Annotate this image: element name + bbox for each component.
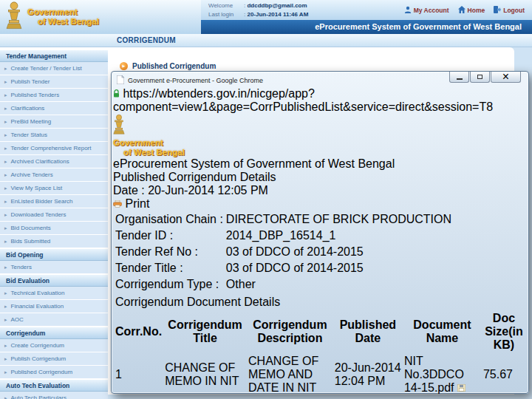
lock-icon[interactable] — [113, 87, 123, 100]
app-title: eProcurement System of Government of Wes… — [315, 22, 522, 31]
arrow-icon: ▸ — [4, 159, 7, 165]
arrow-icon: ▸ — [4, 212, 7, 218]
banner-logo: Government of West Bengal — [113, 114, 527, 157]
close-button[interactable]: × — [491, 72, 521, 83]
sidebar-section-corrigendum: Corrigendum — [0, 327, 108, 339]
header-strip: Welcome: ddcddbp@gmail.com Last login: 2… — [201, 0, 532, 20]
page-heading: ▶ Published Corrigendum — [120, 62, 514, 70]
sidebar-item-tenders[interactable]: ▸Tenders — [0, 261, 108, 274]
bullet-icon: ▶ — [120, 62, 128, 70]
doc-col-header: Doc Size(in KB) — [482, 311, 525, 352]
arrow-icon: ▸ — [4, 66, 7, 72]
sidebar-section-bid-evaluation: Bid Evaluation — [0, 274, 108, 287]
detail-row: Tender ID :2014_DBP_16514_1 — [115, 228, 452, 243]
doc-col-header: Corr.No. — [115, 311, 163, 352]
screen: Government of West Bengal Welcome: ddcdd… — [0, 0, 532, 399]
arrow-icon: ▸ — [4, 369, 7, 375]
doc-col-header: Document Name — [403, 311, 481, 352]
detail-row: Tender Title :03 of DDCO of 2014-2015 — [115, 261, 452, 276]
welcome-block: Welcome: ddcddbp@gmail.com Last login: 2… — [208, 1, 308, 18]
sidebar-item-archived-clarifications[interactable]: ▸Archived Clarifications — [0, 155, 108, 168]
detail-label: Corrigendum Type : — [115, 277, 224, 292]
breadcrumb: CORRIGENDUM — [117, 34, 176, 47]
sidebar-item-prebid-meeting[interactable]: ▸PreBid Meeting — [0, 115, 108, 129]
detail-row: Organisation Chain :DIRECTORATE OF BRICK… — [115, 212, 452, 227]
sidebar-item-auto-tech-particulars[interactable]: ▸Auto Tech Particulars — [0, 392, 108, 399]
doc-description: CHANGE OF MEMO AND DATE IN NIT — [248, 354, 332, 395]
sidebar-item-publish-corrigendum[interactable]: ▸Publish Corrigendum — [0, 352, 108, 366]
date-line: Date : 20-Jun-2014 12:05 PM — [113, 184, 527, 197]
banner-logo-text: Government of West Bengal — [113, 138, 527, 157]
minimize-button[interactable] — [449, 72, 469, 83]
arrow-icon: ▸ — [4, 146, 7, 151]
detail-value: 03 of DDCO of 2014-2015 — [225, 245, 452, 259]
sidebar-section-bid-opening: Bid Opening — [0, 248, 108, 261]
welcome-label: Welcome — [208, 1, 244, 10]
arrow-icon: ▸ — [4, 119, 7, 125]
user-icon — [404, 6, 412, 15]
arrow-icon: ▸ — [4, 304, 7, 310]
detail-value: 2014_DBP_16514_1 — [225, 228, 452, 243]
arrow-icon: ▸ — [4, 106, 7, 112]
arrow-icon: ▸ — [4, 239, 7, 245]
last-login-value: 20-Jun-2014 11:46 AM — [247, 10, 308, 19]
sidebar-item-aoc[interactable]: ▸AOC — [0, 313, 108, 327]
logo-text: Government of West Bengal — [27, 7, 99, 27]
sidebar-item-create-tender[interactable]: ▸Create Tender / Tender List — [0, 62, 108, 75]
arrow-icon: ▸ — [4, 132, 7, 138]
doc-col-header: Corrigendum Title — [164, 311, 246, 352]
sidebar-item-create-corrigendum[interactable]: ▸Create Corrigendum — [0, 339, 108, 352]
sidebar-item-published-corrigendum[interactable]: ▸Published Corrigendum — [0, 366, 108, 379]
sidebar-item-tender-status[interactable]: ▸Tender Status — [0, 129, 108, 142]
sidebar-item-archive-tenders[interactable]: ▸Archive Tenders — [0, 168, 108, 182]
arrow-icon: ▸ — [4, 92, 7, 98]
sidebar-item-publish-tender[interactable]: ▸Publish Tender — [0, 75, 108, 89]
arrow-icon: ▸ — [4, 172, 7, 178]
url-text[interactable]: https://wbtenders.gov.in/nicgep/app?comp… — [113, 87, 493, 113]
logout-link[interactable]: Logout — [494, 6, 525, 15]
printer-icon — [113, 197, 125, 210]
doc-table-title: Corrigendum Document Details — [115, 295, 525, 310]
banner-subtitle: Published Corrigendum Details — [113, 171, 527, 184]
detail-label: Tender Title : — [115, 261, 224, 276]
banner-title: eProcurement System of Government of Wes… — [113, 157, 527, 171]
detail-label: Organisation Chain : — [115, 212, 224, 227]
my-account-link[interactable]: My Account — [404, 6, 449, 15]
print-link[interactable]: Print — [113, 197, 527, 211]
doc-title: CHANGE OF MEMO IN NIT — [164, 354, 246, 395]
arrow-icon: ▸ — [4, 199, 7, 205]
detail-value: Other — [225, 277, 452, 292]
sidebar-item-tender-comprehensive-report[interactable]: ▸Tender Comprehensive Report — [0, 142, 108, 155]
popup-body: https://wbtenders.gov.in/nicgep/app?comp… — [113, 87, 527, 397]
sidebar-item-financial-evaluation[interactable]: ▸Financial Evaluation — [0, 300, 108, 313]
arrow-icon: ▸ — [4, 225, 7, 231]
sidebar-item-bids-submitted[interactable]: ▸Bids Submitted — [0, 235, 108, 248]
sidebar-item-published-tenders[interactable]: ▸Published Tenders — [0, 89, 108, 102]
govt-logo: Government of West Bengal — [0, 0, 201, 34]
arrow-icon: ▸ — [4, 356, 7, 362]
sidebar-item-bid-documents[interactable]: ▸Bid Documents — [0, 222, 108, 235]
emblem-icon — [6, 1, 22, 33]
arrow-icon: ▸ — [4, 265, 7, 270]
detail-row: Tender Ref No :03 of DDCO of 2014-2015 — [115, 245, 452, 259]
url-bar[interactable]: https://wbtenders.gov.in/nicgep/app?comp… — [113, 87, 527, 114]
home-icon — [458, 6, 466, 15]
arrow-icon: ▸ — [4, 317, 7, 323]
sidebar-item-enlisted-bidder-search[interactable]: ▸EnListed Bidder Search — [0, 195, 108, 208]
save-icon[interactable] — [457, 381, 466, 394]
home-link[interactable]: Home — [458, 6, 485, 15]
detail-label: Tender Ref No : — [115, 245, 224, 259]
pdf-link[interactable]: NIT No.3DDCO 14-15.pdf — [404, 355, 464, 394]
popup-titlebar[interactable]: Government e-Procurement - Google Chrome… — [113, 73, 527, 87]
sidebar-item-downloaded-tenders[interactable]: ▸Downloaded Tenders — [0, 208, 108, 222]
breadcrumb-bar: CORRIGENDUM — [0, 34, 532, 47]
detail-label: Tender ID : — [115, 228, 224, 243]
sidebar-item-view-my-space[interactable]: ▸View My Space List — [0, 182, 108, 195]
sidebar-item-technical-evaluation[interactable]: ▸Technical Evaluation — [0, 287, 108, 300]
doc-corr-no: 1 — [115, 354, 163, 395]
sidebar-item-clarifications[interactable]: ▸Clarifications — [0, 102, 108, 115]
sidebar: Tender Management ▸Create Tender / Tende… — [0, 47, 108, 399]
maximize-button[interactable] — [470, 72, 490, 83]
sidebar-section-auto-tech-evaluation: Auto Tech Evaluation — [0, 379, 108, 392]
arrow-icon: ▸ — [4, 343, 7, 349]
